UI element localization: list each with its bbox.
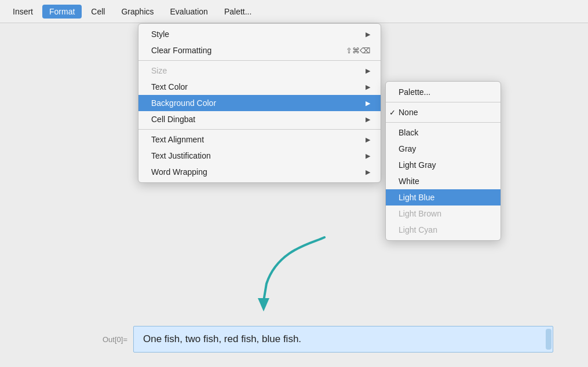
bgcolor-black[interactable]: Black (386, 124, 501, 141)
menubar-evaluation[interactable]: Evaluation (163, 5, 215, 19)
separator-1 (138, 60, 381, 61)
menu-word-wrapping[interactable]: Word Wrapping ▶ (138, 164, 381, 180)
bgcolor-lightcyan[interactable]: Light Cyan (386, 222, 501, 238)
menubar: Insert Format Cell Graphics Evaluation P… (0, 0, 588, 23)
chevron-icon-size: ▶ (366, 67, 370, 75)
bgcolor-separator-2 (386, 122, 501, 123)
menu-text-color[interactable]: Text Color ▶ (138, 79, 381, 95)
menu-text-alignment[interactable]: Text Alignment ▶ (138, 131, 381, 148)
output-label: Out[0]= (93, 335, 127, 344)
chevron-icon-bgcolor: ▶ (366, 100, 370, 107)
menubar-graphics[interactable]: Graphics (114, 5, 160, 19)
bgcolor-none[interactable]: ✓ None (386, 104, 501, 120)
chevron-icon-dingbat: ▶ (366, 116, 370, 123)
menu-text-justification[interactable]: Text Justification ▶ (138, 148, 381, 164)
bgcolor-lightblue[interactable]: Light Blue (386, 189, 501, 205)
chevron-icon-textcolor: ▶ (366, 83, 370, 91)
menubar-cell[interactable]: Cell (84, 5, 112, 19)
output-cell: One fish, two fish, red fish, blue fish. (133, 326, 553, 353)
checkmark-icon: ✓ (389, 108, 396, 117)
chevron-icon-wordwrap: ▶ (366, 168, 370, 176)
bgcolor-lightgray[interactable]: Light Gray (386, 157, 501, 173)
bgcolor-menu: Palette... ✓ None Black Gray Light Gray … (385, 81, 501, 241)
menu-background-color[interactable]: Background Color ▶ (138, 95, 381, 111)
menu-size[interactable]: Size ▶ (138, 63, 381, 79)
bgcolor-gray[interactable]: Gray (386, 141, 501, 157)
menubar-format[interactable]: Format (42, 5, 82, 19)
chevron-icon-textjust: ▶ (366, 152, 370, 160)
format-menu: Style ▶ Clear Formatting ⇧⌘⌫ Size ▶ Text… (138, 23, 381, 183)
output-area: Out[0]= One fish, two fish, red fish, bl… (93, 323, 553, 355)
svg-marker-0 (258, 298, 269, 311)
chevron-icon-textalign: ▶ (366, 136, 370, 144)
separator-2 (138, 129, 381, 130)
menu-style[interactable]: Style ▶ (138, 26, 381, 42)
bgcolor-lightbrown[interactable]: Light Brown (386, 205, 501, 222)
menu-cell-dingbat[interactable]: Cell Dingbat ▶ (138, 111, 381, 127)
menubar-palette[interactable]: Palett... (217, 5, 258, 19)
bgcolor-palette[interactable]: Palette... (386, 84, 501, 100)
bgcolor-separator-1 (386, 102, 501, 102)
output-text: One fish, two fish, red fish, blue fish. (143, 333, 301, 344)
bgcolor-white[interactable]: White (386, 173, 501, 189)
chevron-icon: ▶ (366, 31, 370, 38)
scrollbar[interactable] (546, 329, 552, 350)
shortcut-clear: ⇧⌘⌫ (346, 46, 370, 55)
menu-clear-formatting[interactable]: Clear Formatting ⇧⌘⌫ (138, 42, 381, 58)
arrow-annotation (232, 226, 348, 320)
menubar-insert[interactable]: Insert (6, 5, 40, 19)
